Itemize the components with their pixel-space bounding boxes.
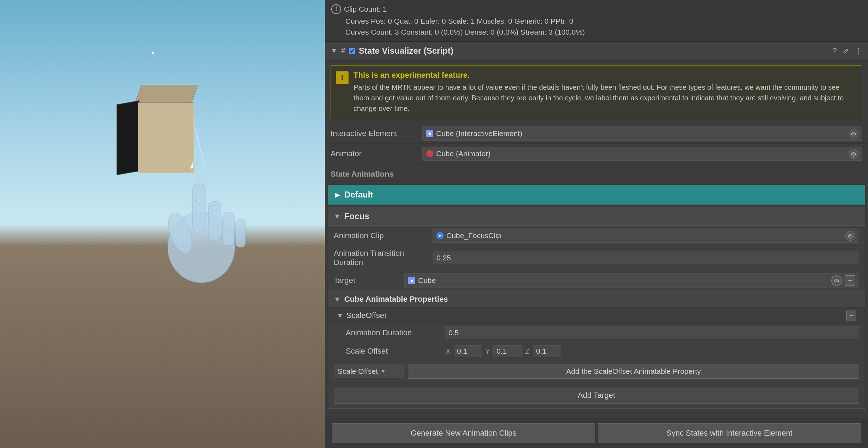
component-help-icon[interactable]: ? [833, 46, 837, 55]
scale-z-label: Z [524, 347, 531, 355]
generate-animation-clips-btn[interactable]: Generate New Animation Clips [332, 423, 595, 443]
focus-collapse-arrow: ▼ [334, 212, 341, 220]
target-row: Target ■ Cube ◎ − [328, 270, 865, 291]
property-type-label: Scale Offset [338, 367, 378, 376]
component-link-icon[interactable]: ⇗ [843, 46, 849, 55]
scale-z-input[interactable]: 0.1 [533, 345, 561, 357]
default-state-arrow: ▶ [335, 190, 340, 199]
svg-point-7 [212, 205, 217, 210]
animation-clip-row: Animation Clip Cube_FocusClip ◎ [328, 226, 865, 246]
add-property-row: Scale Offset ▼ Add the ScaleOffset Anima… [328, 360, 865, 383]
animation-transition-value: 0.25 [436, 254, 451, 262]
scale-offset-remove-btn[interactable]: − [846, 311, 856, 320]
component-title: State Visualizer (Script) [359, 46, 829, 56]
cube-obj-icon: ■ [426, 130, 433, 137]
target-remove-btn[interactable]: − [845, 275, 855, 286]
scale-x-input[interactable]: 0.1 [454, 345, 482, 357]
svg-point-6 [196, 198, 202, 204]
clip-count-text: Clip Count: 1 [344, 4, 387, 15]
cube-animatable-title: Cube Animatable Properties [344, 295, 448, 304]
inspector-panel: ! Clip Count: 1 Curves Pos: 0 Quat: 0 Eu… [325, 0, 868, 448]
add-target-btn[interactable]: Add Target [334, 387, 859, 404]
scale-y-label: Y [484, 347, 491, 355]
animation-duration-value: 0.5 [448, 329, 459, 337]
sync-states-btn[interactable]: Sync States with Interactive Element [598, 423, 861, 443]
target-label: Target [334, 276, 404, 285]
animation-clip-field[interactable]: Cube_FocusClip ◎ [433, 229, 859, 243]
animator-picker-btn[interactable]: ◎ [849, 149, 858, 159]
clip-curves-count: Curves Count: 3 Constant: 0 (0.0%) Dense… [345, 26, 862, 38]
component-header: ▼ # State Visualizer (Script) ? ⇗ ⋮ [325, 42, 868, 60]
focus-header[interactable]: ▼ Focus [328, 207, 865, 226]
hand-svg [152, 148, 251, 283]
animator-field[interactable]: Cube (Animator) ◎ [422, 147, 862, 161]
scale-y-input[interactable]: 0.1 [493, 345, 522, 357]
target-field[interactable]: ■ Cube ◎ − [404, 273, 859, 288]
svg-rect-4 [236, 219, 245, 247]
cursor [190, 161, 194, 169]
animation-transition-label: Animation Transition Duration [334, 249, 433, 267]
hand-model [152, 148, 251, 283]
interactive-element-label: Interactive Element [331, 129, 422, 138]
animation-transition-row: Animation Transition Duration 0.25 [328, 246, 865, 270]
bottom-actions-bar: Generate New Animation Clips Sync States… [325, 418, 868, 448]
interactive-element-value: Cube (InteractiveElement) [436, 129, 522, 138]
component-collapse-arrow[interactable]: ▼ [331, 47, 338, 55]
component-hash-icon: # [341, 46, 345, 55]
interactive-element-field[interactable]: ■ Cube (InteractiveElement) ◎ [422, 126, 862, 141]
dropdown-arrow-icon: ▼ [381, 369, 386, 374]
target-cube-icon: ■ [408, 277, 415, 284]
scale-offset-xyz-row: Scale Offset X 0.1 Y 0.1 Z 0.1 [328, 342, 865, 360]
animation-clip-picker-btn[interactable]: ◎ [845, 231, 855, 241]
animation-duration-row: Animation Duration 0.5 [328, 324, 865, 342]
warning-triangle-icon: ! [336, 71, 349, 84]
cube-props-arrow: ▼ [334, 295, 341, 303]
scale-offset-header[interactable]: ▼ ScaleOffset − [328, 308, 865, 324]
animator-obj-icon [426, 150, 433, 157]
animator-row: Animator Cube (Animator) ◎ [325, 144, 868, 164]
focus-title: Focus [344, 211, 369, 221]
clip-warning-icon: ! [331, 4, 341, 14]
pivot-dot [151, 51, 155, 54]
add-property-btn[interactable]: Add the ScaleOffset Animatable Property [408, 364, 859, 379]
scale-offset-title: ScaleOffset [346, 311, 844, 320]
svg-rect-1 [192, 184, 206, 233]
property-type-dropdown[interactable]: Scale Offset ▼ [334, 365, 404, 378]
scale-offset-label: Scale Offset [346, 347, 445, 356]
interactive-element-row: Interactive Element ■ Cube (InteractiveE… [325, 124, 868, 144]
cube-side-face [117, 100, 139, 175]
animation-duration-label: Animation Duration [346, 328, 445, 337]
animation-clip-label: Animation Clip [334, 231, 433, 240]
interactive-element-picker-btn[interactable]: ◎ [849, 129, 858, 138]
animation-clip-icon [436, 232, 444, 239]
component-more-icon[interactable]: ⋮ [855, 46, 862, 55]
default-state-row[interactable]: ▶ Default [328, 185, 865, 205]
add-target-row: Add Target [328, 383, 865, 408]
default-state-label: Default [344, 190, 373, 200]
warning-title: This is an experimental feature. [353, 71, 857, 80]
scene-viewport [0, 0, 325, 448]
focus-section: ▼ Focus Animation Clip Cube_FocusClip ◎ … [328, 207, 865, 409]
animation-clip-value: Cube_FocusClip [446, 231, 501, 240]
animation-transition-field[interactable]: 0.25 [433, 252, 859, 264]
svg-rect-3 [222, 212, 234, 246]
component-enable-checkbox[interactable] [349, 48, 355, 54]
state-animations-section-title: State Animations [325, 164, 868, 182]
scale-x-label: X [445, 347, 452, 355]
clip-info-bar: ! Clip Count: 1 Curves Pos: 0 Quat: 0 Eu… [325, 0, 868, 42]
animator-label: Animator [331, 149, 422, 158]
animator-value: Cube (Animator) [436, 149, 491, 158]
warning-body: Parts of the MRTK appear to have a lot o… [353, 82, 857, 114]
target-value: Cube [418, 276, 436, 285]
cube-animatable-header[interactable]: ▼ Cube Animatable Properties [328, 291, 865, 308]
scale-offset-arrow: ▼ [337, 312, 344, 320]
clip-curves-pos: Curves Pos: 0 Quat: 0 Euler: 0 Scale: 1 … [345, 16, 862, 27]
target-picker-btn[interactable]: ◎ [831, 275, 842, 286]
experimental-warning-box: ! This is an experimental feature. Parts… [331, 65, 862, 119]
animation-duration-field[interactable]: 0.5 [445, 326, 859, 339]
